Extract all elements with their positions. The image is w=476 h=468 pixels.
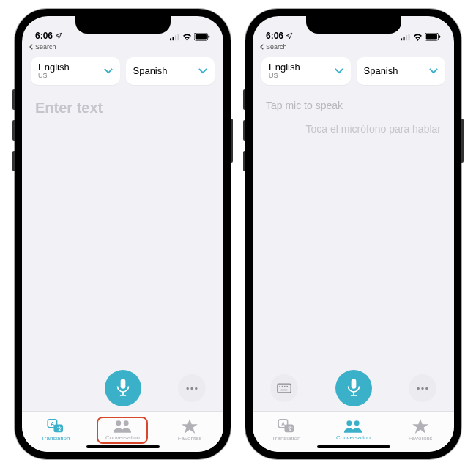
screen: 6:06 Search English US — [253, 16, 454, 452]
svg-text:A: A — [281, 421, 285, 426]
tab-translation[interactable]: A文 Translation — [261, 419, 312, 442]
tab-label: Translation — [272, 435, 300, 442]
back-chevron-icon — [260, 44, 264, 50]
tab-label: Favorites — [409, 435, 433, 442]
chevron-down-icon — [104, 68, 113, 74]
svg-point-39 — [354, 420, 360, 426]
mic-icon — [116, 379, 130, 398]
target-language-name: Spanish — [364, 66, 398, 76]
tab-conversation[interactable]: Conversation — [97, 417, 148, 444]
svg-rect-18 — [404, 37, 405, 40]
svg-rect-20 — [409, 34, 410, 40]
star-icon — [412, 419, 428, 434]
translation-icon: A文 — [47, 419, 64, 434]
svg-rect-24 — [278, 384, 291, 393]
bottom-controls — [253, 364, 454, 411]
more-button[interactable] — [178, 374, 206, 402]
svg-rect-17 — [401, 38, 402, 40]
svg-rect-0 — [170, 38, 171, 40]
back-to-search[interactable]: Search — [253, 42, 454, 53]
phone-right: 6:06 Search English US — [245, 9, 461, 459]
svg-rect-5 — [196, 34, 207, 40]
tab-label: Conversation — [336, 434, 371, 441]
tab-label: Translation — [41, 435, 70, 442]
svg-rect-22 — [426, 34, 437, 40]
keyboard-icon — [277, 383, 291, 393]
tab-label: Favorites — [178, 435, 202, 442]
conversation-icon — [343, 420, 362, 433]
target-language-name: Spanish — [133, 66, 168, 76]
translation-icon: A文 — [278, 419, 295, 434]
text-input-area[interactable]: Enter text — [22, 92, 223, 364]
battery-icon — [425, 33, 441, 41]
svg-point-31 — [417, 387, 420, 389]
svg-point-9 — [190, 387, 193, 389]
battery-icon — [194, 33, 210, 41]
svg-point-38 — [347, 420, 352, 426]
tab-favorites[interactable]: Favorites — [164, 419, 215, 442]
more-button[interactable] — [409, 374, 436, 402]
language-selector-bar: English US Spanish — [22, 53, 223, 92]
star-icon — [182, 419, 198, 434]
svg-text:A: A — [51, 421, 54, 426]
svg-point-16 — [124, 420, 129, 426]
conversation-area: Tap mic to speak Toca el micrófono para … — [253, 92, 454, 364]
status-time: 6:06 — [266, 31, 283, 41]
language-selector-bar: English US Spanish — [253, 53, 454, 92]
svg-point-15 — [116, 420, 122, 426]
source-language-button[interactable]: English US — [261, 57, 351, 85]
status-time: 6:06 — [35, 31, 53, 41]
svg-rect-3 — [178, 34, 179, 40]
bottom-controls — [22, 364, 223, 411]
tab-bar: A文 Translation Conversation Favorites — [22, 411, 223, 452]
ellipsis-icon — [416, 387, 429, 390]
signal-icon — [170, 34, 180, 41]
wifi-icon — [182, 34, 192, 41]
location-icon — [55, 32, 62, 40]
svg-rect-2 — [175, 35, 176, 40]
target-language-button[interactable]: Spanish — [357, 57, 446, 85]
phone-left: 6:06 Search English US — [15, 9, 231, 459]
svg-rect-1 — [173, 37, 174, 40]
mic-prompt-primary: Tap mic to speak — [266, 100, 441, 111]
source-language-sub: US — [38, 73, 70, 80]
svg-rect-23 — [439, 35, 440, 37]
back-to-search[interactable]: Search — [22, 42, 223, 53]
back-chevron-icon — [29, 44, 34, 50]
screen: 6:06 Search English US — [22, 16, 223, 452]
keyboard-button[interactable] — [270, 374, 298, 402]
chevron-down-icon — [198, 68, 207, 74]
conversation-icon — [113, 420, 132, 433]
tab-favorites[interactable]: Favorites — [395, 419, 446, 442]
input-placeholder: Enter text — [35, 100, 210, 116]
home-indicator[interactable] — [317, 445, 390, 448]
svg-text:文: 文 — [56, 426, 62, 432]
location-icon — [286, 32, 293, 40]
svg-point-33 — [425, 387, 428, 389]
mic-button[interactable] — [105, 370, 141, 406]
notch — [75, 16, 171, 34]
mic-prompt-secondary: Toca el micrófono para hablar — [266, 123, 441, 135]
source-language-name: English — [38, 62, 70, 73]
signal-icon — [401, 34, 411, 41]
svg-text:文: 文 — [286, 426, 292, 432]
svg-rect-7 — [120, 379, 125, 389]
source-language-sub: US — [269, 73, 300, 80]
svg-point-8 — [187, 387, 189, 389]
wifi-icon — [413, 34, 423, 41]
mic-button[interactable] — [335, 370, 372, 406]
tab-bar: A文 Translation Conversation Favorites — [253, 411, 454, 452]
chevron-down-icon — [429, 68, 438, 74]
notch — [306, 16, 401, 34]
tab-translation[interactable]: A文 Translation — [30, 419, 81, 442]
svg-rect-19 — [406, 35, 407, 40]
source-language-name: English — [269, 62, 300, 73]
home-indicator[interactable] — [86, 445, 160, 448]
tab-label: Conversation — [105, 434, 140, 441]
tab-conversation[interactable]: Conversation — [327, 420, 379, 441]
source-language-button[interactable]: English US — [31, 57, 120, 85]
target-language-button[interactable]: Spanish — [126, 57, 215, 85]
chevron-down-icon — [335, 68, 343, 74]
svg-rect-30 — [351, 379, 356, 389]
svg-point-10 — [195, 387, 197, 389]
